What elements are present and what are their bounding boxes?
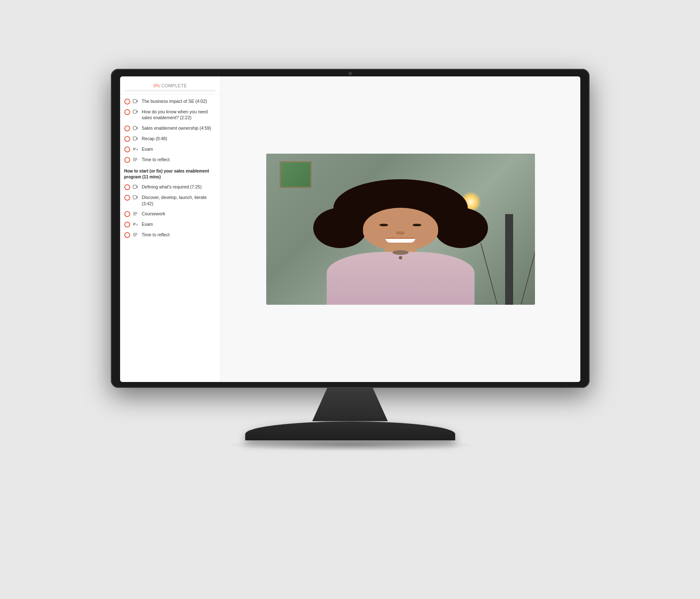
item-circle-8 <box>124 195 130 201</box>
video-icon-4 <box>133 136 139 141</box>
video-icon-6 <box>133 195 139 200</box>
progress-percentage: 0% <box>153 83 160 88</box>
item-text-6: Time to reflect <box>142 157 170 163</box>
item-circle-4 <box>124 136 130 142</box>
monitor: 0% COMPLETE <box>98 69 602 531</box>
item-circle-9 <box>124 211 130 217</box>
item-text-7: Defining what's required (7:25) <box>142 184 202 190</box>
item-text-4: Recap (0:48) <box>142 136 168 142</box>
item-text-2: How do you know when you need sales enab… <box>142 109 216 121</box>
course-item-9[interactable]: Coursework <box>120 209 220 219</box>
monitor-base <box>245 421 455 440</box>
monitor-shadow <box>224 439 476 451</box>
item-circle-5 <box>124 146 130 152</box>
list-icon-1 <box>133 157 139 162</box>
sidebar: 0% COMPLETE <box>120 76 221 382</box>
item-circle-2 <box>124 109 130 115</box>
video-icon-1 <box>133 99 139 104</box>
section2-header: How to start (or fix) your sales enablem… <box>120 165 220 182</box>
item-text-10: Exam <box>142 221 153 228</box>
course-item-1[interactable]: The business impact of SE (4:02) <box>120 96 220 107</box>
progress-label: COMPLETE <box>161 83 187 88</box>
item-text-1: The business impact of SE (4:02) <box>142 98 207 105</box>
person-shirt <box>327 252 475 305</box>
item-circle-6 <box>124 157 130 163</box>
monitor-neck <box>312 388 388 421</box>
exam-icon-2 <box>133 222 139 227</box>
exam-icon-1 <box>133 146 139 152</box>
scene: 0% COMPLETE <box>0 0 700 599</box>
progress-bar-area: 0% COMPLETE <box>120 80 220 94</box>
list-icon-3 <box>133 232 139 237</box>
monitor-screen-outer: 0% COMPLETE <box>111 69 590 388</box>
course-item-5[interactable]: Exam <box>120 144 220 154</box>
course-item-3[interactable]: Sales enablement ownership (4:59) <box>120 123 220 133</box>
course-item-2[interactable]: How do you know when you need sales enab… <box>120 107 220 123</box>
video-icon-5 <box>133 184 139 189</box>
item-text-5: Exam <box>142 146 153 152</box>
course-item-7[interactable]: Defining what's required (7:25) <box>120 182 220 192</box>
svg-rect-16 <box>133 196 136 199</box>
svg-rect-14 <box>133 185 136 188</box>
course-item-4[interactable]: Recap (0:48) <box>120 133 220 144</box>
item-text-9: Coursework <box>142 211 165 217</box>
svg-rect-6 <box>133 137 136 140</box>
svg-rect-0 <box>133 99 136 103</box>
item-text-3: Sales enablement ownership (4:59) <box>142 125 211 131</box>
item-circle-1 <box>124 99 130 105</box>
course-item-10[interactable]: Exam <box>120 219 220 230</box>
item-circle-11 <box>124 232 130 238</box>
svg-rect-2 <box>133 110 136 113</box>
person-necklace <box>392 250 408 255</box>
progress-text: 0% COMPLETE <box>125 83 215 88</box>
video-thumbnail <box>266 154 535 305</box>
video-icon-2 <box>133 109 139 114</box>
video-player[interactable] <box>266 154 535 305</box>
progress-track <box>125 90 215 92</box>
picture-frame <box>280 161 312 188</box>
video-icon-3 <box>133 126 139 131</box>
video-area <box>221 76 580 382</box>
item-text-11: Time to reflect <box>142 232 170 238</box>
monitor-screen-inner: 0% COMPLETE <box>120 76 580 382</box>
item-circle-10 <box>124 222 130 228</box>
item-circle-3 <box>124 126 130 131</box>
course-item-8[interactable]: Discover, develop, launch, iterate (3:42… <box>120 192 220 209</box>
course-item-11[interactable]: Time to reflect <box>120 230 220 240</box>
course-item-6[interactable]: Time to reflect <box>120 154 220 165</box>
tripod <box>505 214 513 305</box>
item-text-8: Discover, develop, launch, iterate (3:42… <box>142 194 216 207</box>
svg-rect-4 <box>133 126 136 130</box>
camera-dot <box>349 72 352 75</box>
item-circle-7 <box>124 184 130 190</box>
list-icon-2 <box>133 211 139 216</box>
